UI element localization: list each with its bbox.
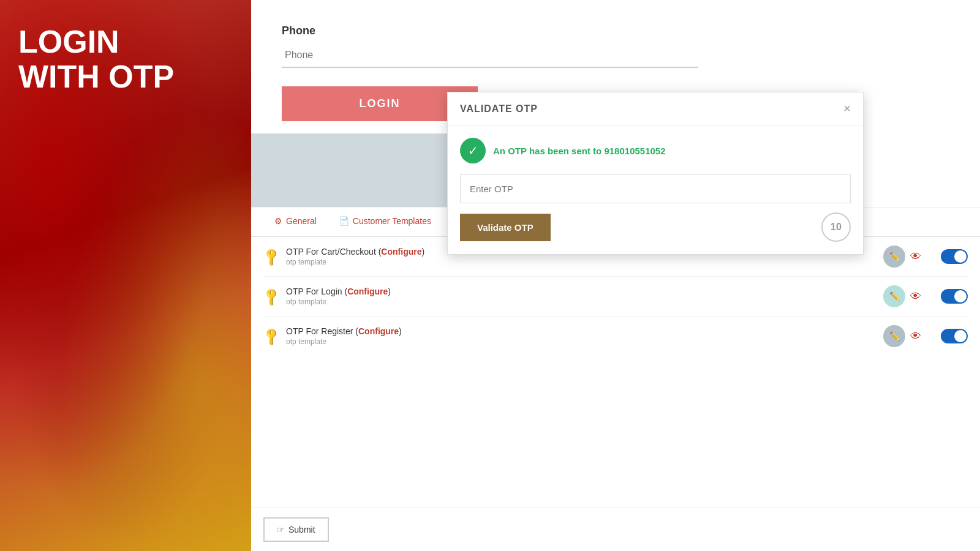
submit-label: Submit xyxy=(288,525,315,534)
login-title: LOGIN WITH OTP xyxy=(18,24,174,94)
settings-sub-2: otp template xyxy=(286,298,876,306)
edit-button-3[interactable]: ✏️ xyxy=(883,325,905,347)
tab-customer-templates-label: Customer Templates xyxy=(353,216,431,226)
settings-row-3: 🔑 OTP For Register (Configure) otp templ… xyxy=(263,317,968,356)
phone-label: Phone xyxy=(282,24,949,37)
success-icon: ✓ xyxy=(460,138,486,163)
modal-title: VALIDATE OTP xyxy=(460,103,538,114)
edit-button-1[interactable]: ✏️ xyxy=(883,246,905,268)
key-icon-2: 🔑 xyxy=(260,286,282,307)
tab-customer-templates[interactable]: 📄 Customer Templates xyxy=(328,208,442,236)
key-icon-1: 🔑 xyxy=(260,246,282,268)
submit-area: ☞ Submit xyxy=(251,508,980,551)
otp-footer: Validate OTP 10 xyxy=(460,212,851,242)
otp-timer: 10 xyxy=(821,212,851,242)
login-title-line2: WITH OTP xyxy=(18,59,174,94)
settings-list: 🔑 OTP For Cart/Checkout (Configure) otp … xyxy=(251,237,980,508)
view-button-3[interactable]: 👁 xyxy=(910,330,921,343)
toggle-2[interactable] xyxy=(941,289,968,304)
login-title-line1: LOGIN xyxy=(18,24,119,59)
action-btns-1: ✏️ 👁 xyxy=(883,246,921,268)
edit-button-2[interactable]: ✏️ xyxy=(883,285,905,307)
settings-name-3: OTP For Register (Configure) xyxy=(286,326,876,336)
right-panel: Phone LOGIN ⚙ General 📄 Customer Templat… xyxy=(251,0,980,551)
configure-link-2[interactable]: Configure xyxy=(347,287,388,296)
settings-row-2: 🔑 OTP For Login (Configure) otp template… xyxy=(263,277,968,317)
toggle-3[interactable] xyxy=(941,329,968,343)
gear-icon: ⚙ xyxy=(274,216,282,226)
settings-info-3: OTP For Register (Configure) otp templat… xyxy=(286,326,876,346)
otp-success-message: ✓ An OTP has been sent to 918010551052 xyxy=(460,138,851,163)
tab-general[interactable]: ⚙ General xyxy=(263,208,328,236)
settings-info-2: OTP For Login (Configure) otp template xyxy=(286,287,876,306)
phone-input[interactable] xyxy=(282,43,698,68)
modal-header: VALIDATE OTP × xyxy=(448,92,863,126)
settings-name-2: OTP For Login (Configure) xyxy=(286,287,876,296)
view-button-1[interactable]: 👁 xyxy=(910,250,921,263)
settings-sub-3: otp template xyxy=(286,337,876,346)
success-text: An OTP has been sent to 918010551052 xyxy=(493,146,666,156)
view-button-2[interactable]: 👁 xyxy=(910,290,921,303)
configure-link-1[interactable]: Configure xyxy=(381,247,421,257)
left-panel: LOGIN WITH OTP xyxy=(0,0,251,551)
validate-otp-button[interactable]: Validate OTP xyxy=(460,214,551,241)
toggle-1[interactable] xyxy=(941,249,968,264)
gray-area-decoration xyxy=(251,133,447,207)
tab-general-label: General xyxy=(286,216,317,226)
action-btns-3: ✏️ 👁 xyxy=(883,325,921,347)
settings-sub-1: otp template xyxy=(286,258,876,266)
key-icon-3: 🔑 xyxy=(260,326,282,347)
otp-input[interactable] xyxy=(460,174,851,203)
modal-body: ✓ An OTP has been sent to 918010551052 V… xyxy=(448,126,863,254)
hand-icon: ☞ xyxy=(277,525,285,534)
submit-button[interactable]: ☞ Submit xyxy=(263,517,329,542)
validate-otp-modal[interactable]: VALIDATE OTP × ✓ An OTP has been sent to… xyxy=(447,92,864,255)
doc-icon: 📄 xyxy=(339,216,349,226)
modal-close-button[interactable]: × xyxy=(843,102,851,116)
action-btns-2: ✏️ 👁 xyxy=(883,285,921,307)
settings-panel: ⚙ General 📄 Customer Templates 📄 Admin T… xyxy=(251,207,980,551)
configure-link-3[interactable]: Configure xyxy=(358,326,399,336)
